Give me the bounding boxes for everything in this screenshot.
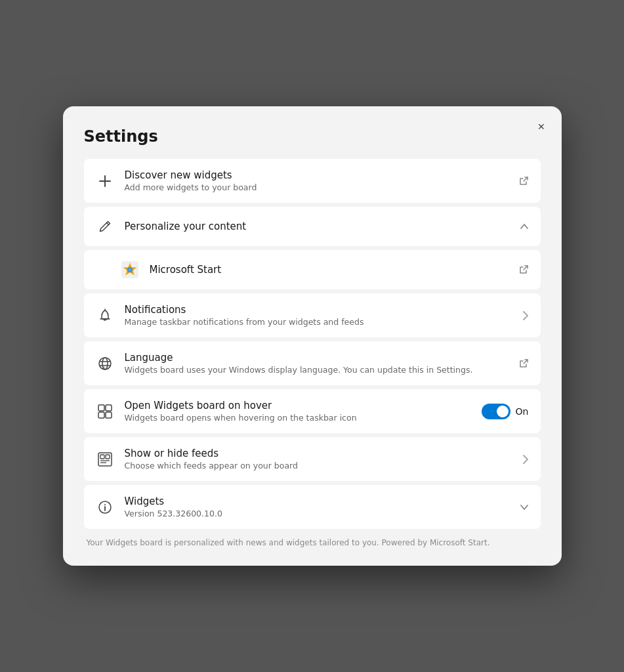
page-title: Settings xyxy=(84,127,541,146)
open-on-hover-subtitle: Widgets board opens when hovering on the… xyxy=(125,413,471,423)
bell-icon xyxy=(96,306,114,325)
discover-widgets-right xyxy=(518,176,529,186)
microsoft-start-title: Microsoft Start xyxy=(150,264,508,276)
svg-rect-18 xyxy=(100,455,104,459)
row-widgets-info[interactable]: Widgets Version 523.32600.10.0 xyxy=(84,485,541,529)
hover-toggle-label: On xyxy=(516,406,529,417)
row-discover-widgets[interactable]: Discover new widgets Add more widgets to… xyxy=(84,159,541,203)
row-notifications[interactable]: Notifications Manage taskbar notificatio… xyxy=(84,293,541,337)
open-on-hover-text: Open Widgets board on hover Widgets boar… xyxy=(125,400,471,423)
row-language[interactable]: A Language Widgets board uses your Windo… xyxy=(84,341,541,385)
svg-rect-19 xyxy=(106,455,110,459)
open-on-hover-right: On xyxy=(482,404,529,419)
microsoft-start-icon xyxy=(121,261,139,279)
chevron-right-icon xyxy=(522,310,529,321)
settings-list: Discover new widgets Add more widgets to… xyxy=(84,159,541,529)
language-right xyxy=(518,358,529,369)
widgets-info-title: Widgets xyxy=(125,495,509,507)
discover-widgets-text: Discover new widgets Add more widgets to… xyxy=(125,169,508,192)
widgets-info-right xyxy=(520,504,529,511)
svg-rect-14 xyxy=(106,405,112,411)
chevron-down-icon xyxy=(520,504,529,511)
show-hide-feeds-text: Show or hide feeds Choose which feeds ap… xyxy=(125,448,512,471)
widgets-hover-icon xyxy=(96,402,114,421)
open-on-hover-title: Open Widgets board on hover xyxy=(125,400,471,411)
notifications-right xyxy=(522,310,529,321)
personalize-title: Personalize your content xyxy=(125,220,509,232)
widgets-info-subtitle: Version 523.32600.10.0 xyxy=(125,509,509,518)
external-link-icon xyxy=(518,176,529,186)
info-icon xyxy=(96,498,114,516)
svg-rect-16 xyxy=(106,412,112,418)
discover-widgets-subtitle: Add more widgets to your board xyxy=(125,182,508,192)
svg-rect-13 xyxy=(98,405,104,411)
svg-point-24 xyxy=(104,504,106,505)
row-personalize-content[interactable]: Personalize your content xyxy=(84,207,541,246)
close-button[interactable]: ✕ xyxy=(531,117,551,136)
language-title: Language xyxy=(125,352,508,364)
plus-icon xyxy=(96,172,114,190)
notifications-subtitle: Manage taskbar notifications from your w… xyxy=(125,317,512,327)
hover-toggle[interactable] xyxy=(482,404,510,419)
discover-widgets-title: Discover new widgets xyxy=(125,169,508,181)
svg-rect-15 xyxy=(98,412,104,418)
ms-start-external-link-icon xyxy=(518,264,529,275)
settings-window: ✕ Settings Discover new widgets Add more… xyxy=(63,106,562,566)
notifications-text: Notifications Manage taskbar notificatio… xyxy=(125,304,512,327)
row-open-on-hover[interactable]: Open Widgets board on hover Widgets boar… xyxy=(84,389,541,433)
show-hide-feeds-title: Show or hide feeds xyxy=(125,448,512,459)
microsoft-start-right xyxy=(518,264,529,275)
pencil-icon xyxy=(96,217,114,236)
widgets-info-text: Widgets Version 523.32600.10.0 xyxy=(125,495,509,518)
personalize-text: Personalize your content xyxy=(125,220,509,232)
language-text: Language Widgets board uses your Windows… xyxy=(125,352,508,375)
personalize-right xyxy=(520,222,529,231)
chevron-up-icon xyxy=(520,222,529,231)
footer-text: Your Widgets board is personalized with … xyxy=(84,538,541,547)
language-subtitle: Widgets board uses your Windows display … xyxy=(125,365,508,375)
show-hide-feeds-subtitle: Choose which feeds appear on your board xyxy=(125,461,512,471)
language-external-link-icon xyxy=(518,358,529,369)
row-show-hide-feeds[interactable]: Show or hide feeds Choose which feeds ap… xyxy=(84,437,541,481)
row-microsoft-start[interactable]: Microsoft Start xyxy=(84,250,541,289)
svg-point-6 xyxy=(128,268,131,272)
microsoft-start-text: Microsoft Start xyxy=(150,264,508,276)
language-icon: A xyxy=(96,354,114,373)
feeds-chevron-right-icon xyxy=(522,454,529,465)
notifications-title: Notifications xyxy=(125,304,512,316)
show-hide-feeds-right xyxy=(522,454,529,465)
feeds-icon xyxy=(96,450,114,469)
